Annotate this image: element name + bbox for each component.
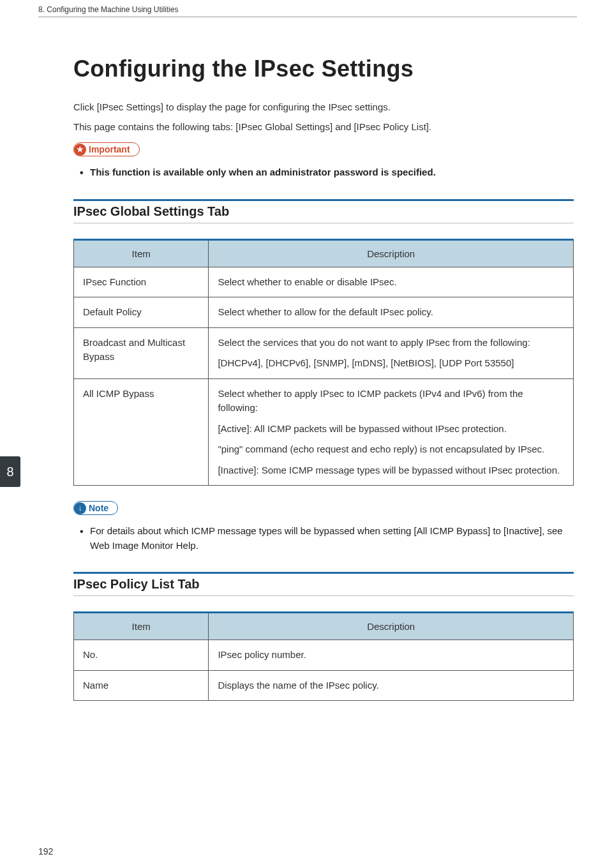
running-header: 8. Configuring the Machine Using Utiliti… xyxy=(38,5,577,17)
note-label: Note xyxy=(89,503,108,513)
cell-desc-line: Select whether to apply IPsec to ICMP pa… xyxy=(218,387,564,415)
table-row: No. IPsec policy number. xyxy=(74,640,574,671)
col-header-desc: Description xyxy=(209,239,574,267)
intro-line-2: This page contains the following tabs: [… xyxy=(73,120,574,133)
section-heading-global: IPsec Global Settings Tab xyxy=(73,199,574,223)
cell-item: All ICMP Bypass xyxy=(74,378,209,486)
important-badge: ★ Important xyxy=(73,142,140,156)
table-row: IPsec Function Select whether to enable … xyxy=(74,267,574,297)
table-row: Broadcast and Multicast Bypass Select th… xyxy=(74,327,574,378)
col-header-item: Item xyxy=(74,239,209,267)
list-item: For details about which ICMP message typ… xyxy=(90,524,574,553)
cell-desc: Select whether to allow for the default … xyxy=(209,297,574,328)
col-header-item: Item xyxy=(74,613,209,640)
cell-desc-line: "ping" command (echo request and echo re… xyxy=(218,442,564,457)
cell-desc-line: [Inactive]: Some ICMP message types will… xyxy=(218,463,564,478)
page-title: Configuring the IPsec Settings xyxy=(73,56,574,82)
important-list: This function is available only when an … xyxy=(73,165,574,180)
table-header-row: Item Description xyxy=(74,613,574,640)
note-badge: ↓ Note xyxy=(73,501,118,515)
cell-desc-line: Select the services that you do not want… xyxy=(218,336,564,350)
intro-line-1: Click [IPsec Settings] to display the pa… xyxy=(73,100,574,114)
page-number: 192 xyxy=(38,846,53,857)
intro-paragraphs: Click [IPsec Settings] to display the pa… xyxy=(73,100,574,133)
cell-item: Default Policy xyxy=(74,297,209,328)
cell-desc: Select the services that you do not want… xyxy=(209,327,574,378)
cell-item: Broadcast and Multicast Bypass xyxy=(74,327,209,378)
cell-item: Name xyxy=(74,670,209,701)
section-heading-policy: IPsec Policy List Tab xyxy=(73,572,574,596)
page-content: 8. Configuring the Machine Using Utiliti… xyxy=(0,0,612,739)
table-row: Name Displays the name of the IPsec poli… xyxy=(74,670,574,701)
important-label: Important xyxy=(89,144,130,154)
col-header-desc: Description xyxy=(209,613,574,640)
cell-desc: Select whether to enable or disable IPse… xyxy=(209,267,574,297)
cell-desc-line: [DHCPv4], [DHCPv6], [SNMP], [mDNS], [Net… xyxy=(218,356,564,371)
table-row: Default Policy Select whether to allow f… xyxy=(74,297,574,328)
arrow-down-icon: ↓ xyxy=(74,502,86,514)
note-list: For details about which ICMP message typ… xyxy=(73,524,574,553)
list-item: This function is available only when an … xyxy=(90,165,574,180)
star-icon: ★ xyxy=(74,144,86,156)
policy-list-table: Item Description No. IPsec policy number… xyxy=(73,611,574,701)
global-settings-table: Item Description IPsec Function Select w… xyxy=(73,239,574,486)
cell-item: No. xyxy=(74,640,209,671)
table-row: All ICMP Bypass Select whether to apply … xyxy=(74,378,574,486)
cell-desc: IPsec policy number. xyxy=(209,640,574,671)
cell-item: IPsec Function xyxy=(74,267,209,297)
cell-desc: Displays the name of the IPsec policy. xyxy=(209,670,574,701)
table-header-row: Item Description xyxy=(74,239,574,267)
cell-desc-line: [Active]: All ICMP packets will be bypas… xyxy=(218,422,564,437)
cell-desc: Select whether to apply IPsec to ICMP pa… xyxy=(209,378,574,486)
